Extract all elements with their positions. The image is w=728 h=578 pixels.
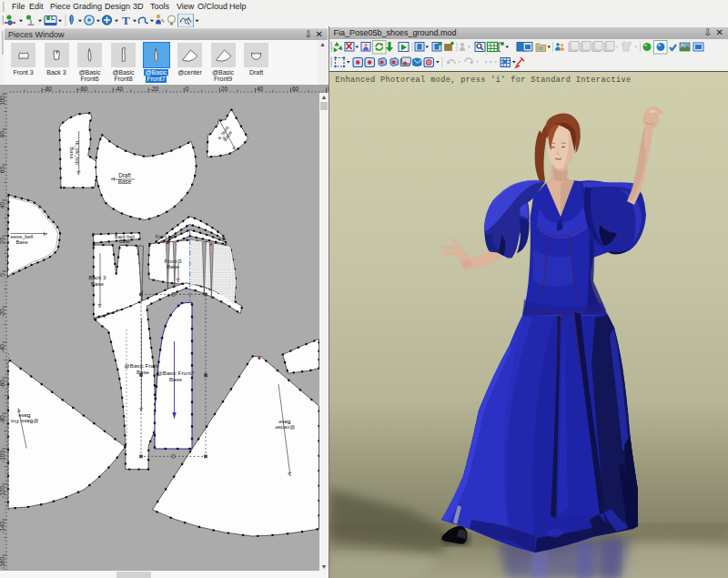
svg-text:Back beltBase: Back beltBase (115, 234, 135, 245)
svg-text:100: 100 (0, 96, 5, 106)
svg-text:60: 60 (292, 86, 299, 92)
svg-text:-140: -140 (0, 522, 5, 533)
svg-text:80: 80 (0, 131, 5, 138)
svg-text:-120: -120 (0, 486, 5, 498)
svg-text:-40: -40 (0, 344, 5, 353)
svg-text:60: 60 (0, 167, 5, 174)
svg-text:-80: -80 (0, 415, 5, 424)
svg-text:-40: -40 (115, 86, 124, 92)
svg-text:40: 40 (257, 86, 264, 92)
svg-text:T: T (122, 14, 130, 27)
svg-text:40: 40 (0, 202, 5, 209)
svg-text:A: A (205, 373, 208, 379)
svg-text:-60: -60 (0, 380, 5, 389)
svg-text:20: 20 (0, 238, 5, 245)
svg-text:-100: -100 (0, 451, 5, 462)
svg-text:0: 0 (0, 273, 5, 277)
svg-text:-20: -20 (0, 309, 5, 318)
svg-text:-20: -20 (150, 86, 159, 92)
svg-text:-60: -60 (79, 86, 88, 92)
svg-text:20: 20 (221, 86, 228, 92)
svg-text:DraftBase: DraftBase (118, 172, 132, 185)
svg-text:-80: -80 (44, 86, 53, 92)
svg-text:-160: -160 (0, 557, 5, 569)
svg-text:0: 0 (186, 86, 189, 92)
